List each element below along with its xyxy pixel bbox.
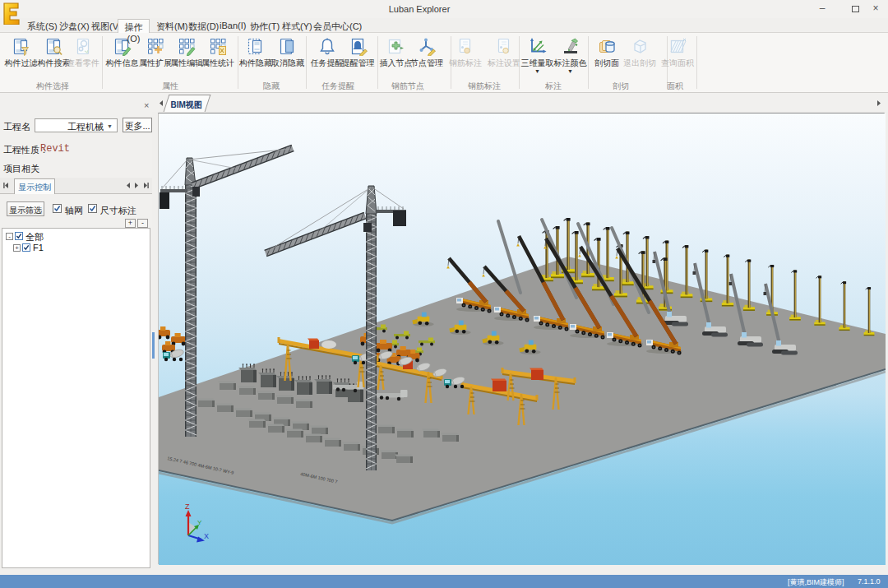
svg-text:Y: Y (197, 519, 202, 526)
svg-text:X: X (204, 532, 209, 540)
svg-text:Z: Z (185, 502, 190, 511)
